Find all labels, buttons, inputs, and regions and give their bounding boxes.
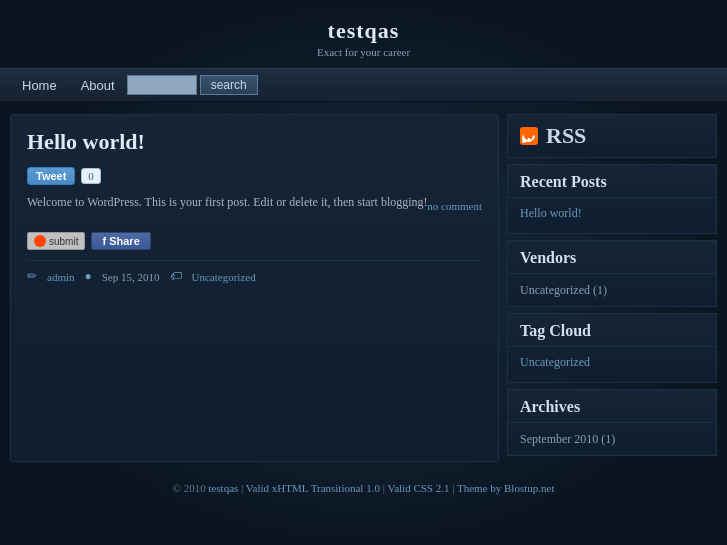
recent-posts-section: Recent Posts Hello world! — [507, 164, 717, 234]
share-area: submit f Share — [27, 232, 482, 250]
tag-cloud-item-0[interactable]: Uncategorized — [520, 355, 704, 370]
footer-valid-xhtml[interactable]: Valid xHTML Transitional 1.0 — [246, 482, 380, 494]
post-meta: ✏ admin ● Sep 15, 2010 🏷 Uncategorized — [27, 260, 482, 284]
footer-theme[interactable]: Theme by Blostup.net — [457, 482, 554, 494]
search-button[interactable]: search — [200, 75, 258, 95]
footer-site-link[interactable]: testqas — [208, 482, 238, 494]
post-category[interactable]: Uncategorized — [192, 271, 256, 283]
footer-valid-css[interactable]: Valid CSS 2.1 — [387, 482, 449, 494]
recent-posts-title: Recent Posts — [508, 165, 716, 198]
site-title: testqas — [0, 18, 727, 44]
footer-copyright: © 2010 — [173, 482, 206, 494]
rss-wave-icon — [522, 129, 536, 143]
date-icon: ● — [85, 269, 92, 284]
rss-icon — [520, 127, 538, 145]
post-date: Sep 15, 2010 — [102, 271, 160, 283]
no-comment-link[interactable]: no comment — [427, 200, 482, 212]
vendors-body: Uncategorized (1) — [508, 274, 716, 306]
post-body: Welcome to WordPress. This is your first… — [27, 193, 482, 212]
vendors-section: Vendors Uncategorized (1) — [507, 240, 717, 307]
archives-section: Archives September 2010 (1) — [507, 389, 717, 456]
footer: © 2010 testqas | Valid xHTML Transitiona… — [0, 474, 727, 506]
rss-section: RSS — [507, 114, 717, 158]
search-input[interactable] — [127, 75, 197, 95]
nav-about[interactable]: About — [69, 76, 127, 95]
category-icon: 🏷 — [170, 269, 182, 284]
archives-item-0: September 2010 (1) — [520, 432, 615, 446]
nav-home[interactable]: Home — [10, 76, 69, 95]
tag-cloud-body: Uncategorized — [508, 347, 716, 382]
vendors-item-0: Uncategorized (1) — [520, 283, 607, 297]
reddit-icon — [34, 235, 46, 247]
tag-cloud-section: Tag Cloud Uncategorized — [507, 313, 717, 383]
navigation-bar: Home About search — [0, 68, 727, 102]
vendors-title: Vendors — [508, 241, 716, 274]
sidebar: RSS Recent Posts Hello world! Vendors Un… — [507, 114, 717, 462]
tag-cloud-title: Tag Cloud — [508, 314, 716, 347]
recent-posts-body: Hello world! — [508, 198, 716, 233]
tweet-area: Tweet 0 — [27, 167, 482, 185]
site-tagline: Exact for your career — [0, 46, 727, 58]
site-header: testqas Exact for your career — [0, 0, 727, 68]
main-wrapper: Hello world! Tweet 0 Welcome to WordPres… — [0, 102, 727, 474]
tweet-count: 0 — [81, 168, 101, 184]
author-icon: ✏ — [27, 269, 37, 284]
reddit-label: submit — [49, 236, 78, 247]
fb-share-button[interactable]: f Share — [91, 232, 150, 250]
rss-label: RSS — [546, 123, 586, 149]
recent-post-0[interactable]: Hello world! — [520, 206, 704, 221]
reddit-button[interactable]: submit — [27, 232, 85, 250]
post-title: Hello world! — [27, 129, 482, 155]
archives-body: September 2010 (1) — [508, 423, 716, 455]
archives-title: Archives — [508, 390, 716, 423]
content-area: Hello world! Tweet 0 Welcome to WordPres… — [10, 114, 499, 462]
tweet-button[interactable]: Tweet — [27, 167, 75, 185]
post-author[interactable]: admin — [47, 271, 75, 283]
